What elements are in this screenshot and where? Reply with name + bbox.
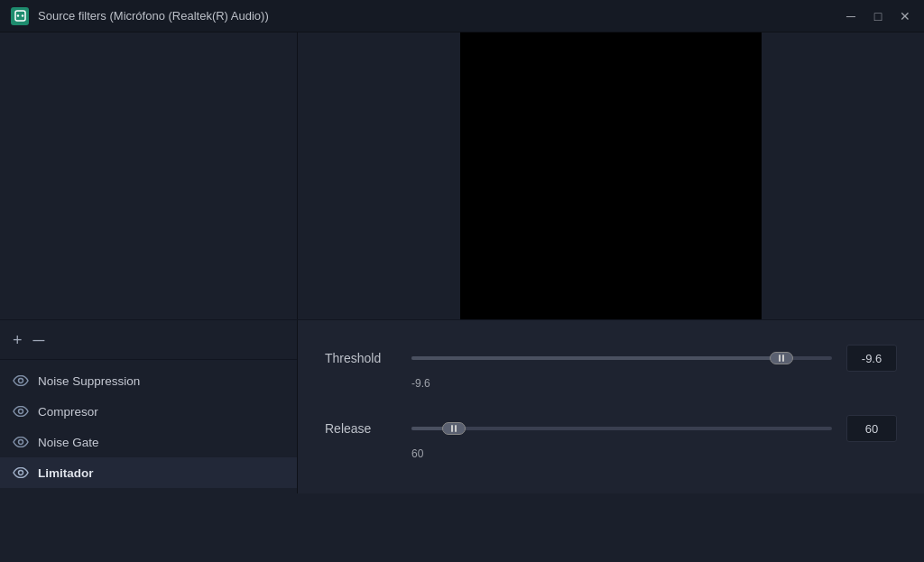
maximize-button[interactable]: □ <box>870 8 886 24</box>
filter-label-noise-gate: Noise Gate <box>38 436 99 449</box>
bottom-section: + ─ Noise Suppression <box>0 319 924 493</box>
threshold-below-value: -9.6 <box>411 377 897 390</box>
app-icon <box>11 7 29 25</box>
svg-point-1 <box>16 14 18 16</box>
preview-column <box>298 32 924 319</box>
threshold-value-input[interactable]: -9.6 <box>846 345 897 372</box>
filter-toolbar: + ─ <box>0 320 297 360</box>
svg-point-5 <box>19 440 23 445</box>
threshold-label: Threshold <box>325 351 397 365</box>
filter-item-limitador[interactable]: Limitador <box>0 457 297 488</box>
release-track <box>411 427 832 430</box>
settings-sliders-panel: Threshold -9.6 -9.6 Release 60 60 <box>298 320 924 493</box>
visibility-icon-compresor[interactable] <box>13 403 29 419</box>
window-title: Source filters (Micrófono (Realtek(R) Au… <box>38 9 843 23</box>
release-thumb[interactable] <box>442 422 466 435</box>
release-below-value: 60 <box>411 447 897 460</box>
filter-label-limitador: Limitador <box>38 466 94 480</box>
release-row: Release 60 <box>325 415 897 442</box>
minimize-button[interactable]: ─ <box>843 8 859 24</box>
release-label: Release <box>325 421 397 436</box>
release-value-input[interactable]: 60 <box>846 415 897 442</box>
svg-point-4 <box>19 410 23 414</box>
svg-point-2 <box>21 14 23 16</box>
threshold-row: Threshold -9.6 <box>325 345 897 372</box>
threshold-slider[interactable] <box>411 345 832 371</box>
visibility-icon-noise-suppression[interactable] <box>13 373 29 389</box>
close-button[interactable]: ✕ <box>897 8 913 24</box>
filter-item-noise-gate[interactable]: Noise Gate <box>0 427 297 457</box>
add-filter-button[interactable]: + <box>13 332 23 348</box>
top-section <box>0 32 924 319</box>
svg-point-3 <box>19 379 23 383</box>
visibility-icon-noise-gate[interactable] <box>13 434 29 450</box>
threshold-thumb[interactable] <box>770 352 793 364</box>
filters-panel <box>0 32 298 319</box>
window-controls: ─ □ ✕ <box>843 8 913 24</box>
svg-point-6 <box>19 471 23 475</box>
filter-item-compresor[interactable]: Compresor <box>0 396 297 427</box>
filter-item-noise-suppression[interactable]: Noise Suppression <box>0 365 297 396</box>
visibility-icon-limitador[interactable] <box>13 465 29 481</box>
preview-box <box>460 32 762 319</box>
svg-rect-0 <box>15 11 25 21</box>
filter-label-noise-suppression: Noise Suppression <box>38 374 140 388</box>
filter-label-compresor: Compresor <box>38 405 98 419</box>
filter-list: Noise Suppression Compresor <box>0 360 297 493</box>
remove-filter-button[interactable]: ─ <box>33 332 45 348</box>
threshold-fill <box>411 356 781 360</box>
titlebar: Source filters (Micrófono (Realtek(R) Au… <box>0 0 924 32</box>
filter-list-panel: + ─ Noise Suppression <box>0 320 298 493</box>
threshold-track <box>411 356 832 360</box>
release-slider[interactable] <box>411 416 832 441</box>
